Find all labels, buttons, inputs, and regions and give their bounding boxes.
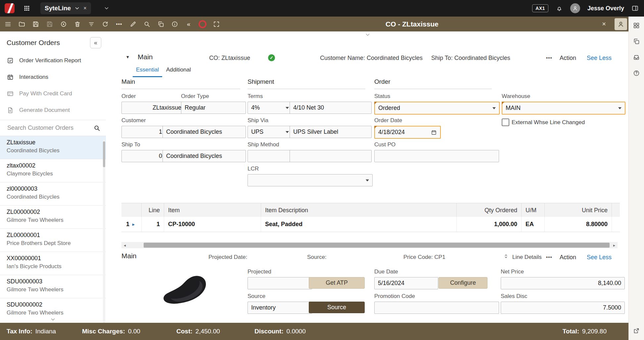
pages-icon[interactable]	[631, 36, 641, 46]
customer-name-field[interactable]: Coordinated Bicycles	[162, 126, 246, 138]
column-header-um[interactable]: U/M	[522, 203, 545, 217]
more-options-icon[interactable]: •••	[114, 19, 124, 29]
calendar-icon[interactable]	[431, 129, 437, 135]
get-atp-button[interactable]: Get ATP	[309, 277, 365, 289]
sidebar-item-interactions[interactable]: Interactions	[0, 69, 106, 85]
splitter-handle-icon[interactable]	[365, 32, 371, 38]
app-switcher-grid-icon[interactable]	[23, 5, 30, 12]
grid-horizontal-scrollbar[interactable]: ◂ ▸	[121, 242, 618, 248]
scroll-left-icon[interactable]: ◂	[121, 242, 128, 248]
list-item[interactable]: zltax00002 Claymore Bicycles	[0, 159, 106, 182]
list-item[interactable]: ZLtaxissue Coordinated Bicycles	[0, 136, 106, 159]
sales-disc-field[interactable]: 7.5000	[501, 302, 625, 314]
scrollbar-thumb[interactable]	[144, 243, 610, 248]
line-details-see-less-link[interactable]: See Less	[587, 254, 612, 261]
user-mode-icon[interactable]	[615, 18, 627, 30]
column-header-rownum[interactable]	[121, 203, 142, 217]
ship-to-number-field[interactable]: 0	[121, 150, 166, 162]
terms-code-dropdown[interactable]: 4%	[248, 102, 293, 114]
ship-method-code-field[interactable]	[248, 150, 293, 162]
tab-additional[interactable]: Additional	[163, 67, 194, 76]
line-details-action-menu[interactable]: Action	[560, 254, 576, 261]
info-icon[interactable]	[169, 19, 180, 29]
order-type-field[interactable]: Regular	[181, 102, 246, 114]
scroll-right-icon[interactable]: ▸	[611, 242, 618, 248]
widgets-icon[interactable]	[631, 21, 641, 30]
column-header-unit-price[interactable]: Unit Price	[545, 203, 612, 217]
notifications-bell-icon[interactable]	[556, 5, 563, 12]
order-field[interactable]: ZLtaxissue	[121, 102, 185, 114]
configure-button[interactable]: Configure	[438, 277, 487, 289]
status-dropdown[interactable]: Ordered	[374, 102, 500, 115]
column-header-item-description[interactable]: Item Description	[261, 203, 457, 217]
tab-list-chevron-icon[interactable]	[104, 5, 110, 11]
environment-badge[interactable]: AX1	[532, 4, 548, 12]
close-tab-icon[interactable]: ×	[83, 6, 86, 11]
promotion-code-field[interactable]	[374, 302, 499, 314]
column-header-qty-ordered[interactable]: Qty Ordered	[457, 203, 522, 217]
infor-share-icon[interactable]	[197, 19, 208, 29]
ship-to-name-field[interactable]: Coordinated Bicycles	[162, 150, 246, 162]
collapse-section-caret-icon[interactable]: ▾	[126, 54, 129, 59]
net-price-field[interactable]: 8,140.00	[501, 277, 625, 289]
menu-icon[interactable]	[3, 19, 13, 29]
warehouse-dropdown[interactable]: MAIN	[502, 102, 625, 115]
see-less-link[interactable]: See Less	[587, 55, 612, 62]
um-cell[interactable]: EA	[522, 217, 545, 232]
collapse-sidebar-icon[interactable]: «	[90, 37, 101, 48]
lcr-dropdown[interactable]	[248, 174, 373, 186]
save-all-icon[interactable]	[44, 19, 55, 29]
due-date-field[interactable]: 5/16/2024	[374, 277, 438, 289]
cust-po-field[interactable]	[374, 150, 499, 162]
help-icon[interactable]	[631, 68, 641, 78]
unit-price-cell[interactable]: 8.80000	[545, 217, 612, 232]
source-button[interactable]: Source	[309, 302, 365, 313]
expand-line-details-icon[interactable]	[503, 253, 509, 259]
ship-method-description-field[interactable]	[290, 150, 372, 162]
save-icon[interactable]	[30, 19, 41, 29]
record-icon[interactable]	[58, 19, 69, 29]
infor-logo-icon[interactable]	[5, 3, 15, 13]
sidebar-item-generate-document[interactable]: Generate Document	[0, 102, 106, 119]
tab-essential[interactable]: Essential	[133, 67, 162, 77]
list-item[interactable]: XX00000001 Ian's Bicycle Products	[0, 252, 106, 275]
refresh-icon[interactable]	[100, 19, 111, 29]
table-row[interactable]: 1▸ 1 CP-10000 Seat, Padded 1,000.00 EA 8…	[121, 217, 620, 232]
external-whse-checkbox[interactable]	[502, 119, 509, 126]
column-header-line[interactable]: Line	[142, 203, 164, 217]
row-number-cell[interactable]: 1▸	[121, 217, 142, 232]
order-date-field[interactable]: 4/18/2024	[374, 126, 441, 139]
source-field[interactable]: Inventory	[248, 302, 312, 314]
search-input[interactable]	[7, 124, 91, 132]
chevron-down-icon[interactable]	[74, 5, 80, 11]
app-tab-syteline[interactable]: SyteLine ×	[40, 2, 91, 14]
terms-description-field[interactable]: 4/10 Net 30	[290, 102, 372, 114]
item-cell[interactable]: CP-10000	[164, 217, 261, 232]
item-description-cell[interactable]: Seat, Padded	[261, 217, 457, 232]
right-panel-toggle-icon[interactable]	[631, 5, 639, 12]
open-folder-icon[interactable]	[17, 19, 27, 29]
edit-icon[interactable]	[128, 19, 138, 29]
projected-field[interactable]	[248, 277, 312, 289]
list-item[interactable]: SDU0000003 Gilmore Two Wheelers	[0, 275, 106, 298]
copy-icon[interactable]	[156, 19, 166, 29]
action-menu[interactable]: Action	[560, 55, 576, 62]
list-item[interactable]: ZL00000002 Gilmore Two Wheelers	[0, 206, 106, 229]
scroll-down-chevron-icon[interactable]	[50, 316, 56, 322]
find-icon[interactable]	[142, 19, 152, 29]
customer-number-field[interactable]: 1	[121, 126, 166, 138]
list-item[interactable]: zl00000003 Coordinated Bicycles	[0, 182, 106, 206]
search-icon[interactable]	[93, 124, 101, 132]
delete-icon[interactable]	[72, 19, 83, 29]
sidebar-scrollbar-thumb[interactable]	[103, 141, 105, 167]
header-more-icon[interactable]: •••	[546, 55, 552, 61]
collapse-ribbon-icon[interactable]: «	[183, 19, 194, 29]
fullscreen-icon[interactable]	[211, 19, 222, 29]
sidebar-item-pay-with-credit-card[interactable]: Pay With Credit Card	[0, 85, 106, 102]
avatar[interactable]	[570, 3, 580, 13]
close-form-icon[interactable]: ×	[599, 19, 609, 29]
ship-via-description-field[interactable]: UPS Silver Label	[290, 126, 372, 138]
list-item[interactable]: ZL00000001 Price Brothers Dept Store	[0, 229, 106, 252]
line-details-more-icon[interactable]: •••	[546, 254, 552, 260]
line-details-label[interactable]: Line Details	[512, 254, 542, 261]
